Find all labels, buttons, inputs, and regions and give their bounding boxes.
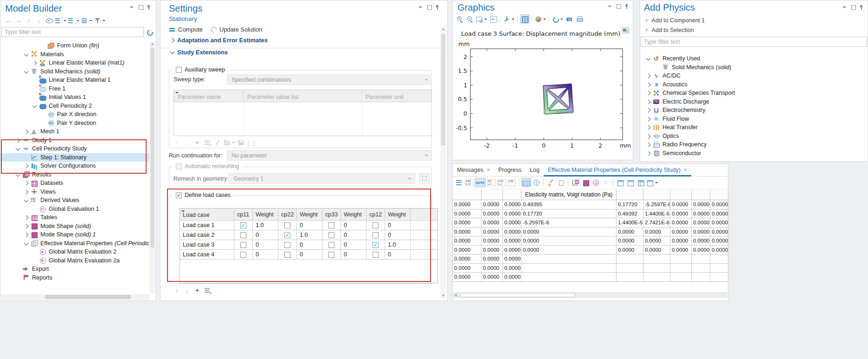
dropdown-caret-icon[interactable] [103, 20, 105, 23]
close-tab-icon[interactable]: × [684, 167, 687, 173]
load-case-check-cell[interactable]: ✓ [234, 221, 253, 230]
copy-table-button[interactable] [616, 178, 625, 187]
panel-menu-caret-icon[interactable] [842, 5, 847, 10]
tree-item[interactable]: Datasets [0, 179, 149, 188]
panel-menu-caret-icon[interactable] [130, 5, 135, 10]
load-case-checkbox[interactable] [328, 242, 334, 248]
load-case-weight-cell[interactable]: 1.0 [385, 240, 411, 250]
tab-effective-material-properties-[interactable]: Effective Material Properties (Cell Peri… [544, 164, 691, 176]
adaptation-section-header[interactable]: Adaptation and Error Estimates [161, 33, 447, 44]
load-case-weight-cell[interactable]: 1.0 [253, 221, 278, 230]
chevron-right-icon[interactable] [23, 179, 31, 187]
automatic-remeshing-checkbox[interactable] [176, 163, 182, 170]
load-case-weight-cell[interactable]: 0 [253, 240, 278, 250]
tree-item[interactable]: AC/DC [640, 72, 868, 80]
tree-item[interactable]: Derived Values [0, 196, 149, 205]
scroll-down-icon[interactable]: ▼ [440, 293, 446, 299]
expand-columns-icon[interactable]: ▸▸ [176, 91, 178, 94]
load-case-check-cell[interactable] [278, 240, 297, 250]
load-case-name-cell[interactable]: Load case 4 [180, 250, 234, 260]
chevron-right-icon[interactable] [14, 137, 22, 144]
refresh-button[interactable] [552, 14, 564, 24]
chevron-right-icon[interactable] [645, 72, 653, 79]
table-point-button[interactable] [601, 178, 611, 187]
move-down-button[interactable] [34, 16, 44, 25]
tab-messages[interactable]: Messages× [453, 164, 494, 176]
tree-item[interactable]: Heat Transfer [640, 123, 868, 132]
refresh-filter-icon[interactable] [146, 29, 153, 36]
delete-button[interactable] [203, 138, 212, 147]
move-down-button[interactable] [182, 138, 192, 147]
zoom-box-button[interactable] [476, 14, 488, 24]
dropdown-caret-icon[interactable] [512, 19, 514, 21]
move-up-button[interactable] [24, 16, 33, 25]
panel-float-icon[interactable] [138, 5, 143, 10]
precision-button[interactable]: 8.50 e-1 [497, 178, 506, 187]
load-case-check-cell[interactable]: ✓ [278, 230, 297, 240]
tree-item[interactable]: Semiconductor [640, 149, 868, 158]
show-hide-button[interactable] [45, 16, 54, 25]
add-to-component-button[interactable]: + Add to Component 1 [640, 14, 868, 24]
tree-item[interactable]: Effective Material Properties(Cell Perio… [0, 239, 149, 248]
tree-item[interactable]: Radio Frequency [640, 140, 868, 149]
add-button[interactable] [193, 138, 202, 147]
plot-popout-icon[interactable] [622, 27, 629, 33]
clear-table-button[interactable] [546, 178, 555, 187]
load-case-check-cell[interactable] [366, 250, 385, 260]
load-case-weight-cell[interactable]: 0 [385, 221, 411, 230]
tree-item[interactable]: Results [0, 170, 149, 179]
chevron-right-icon[interactable] [23, 222, 31, 230]
tree-item[interactable]: Chemical Species Transport [640, 89, 868, 98]
dropdown-caret-icon[interactable] [484, 19, 487, 21]
precision-button[interactable]: 8.5 e-1 [487, 178, 496, 187]
load-case-name-cell[interactable]: Load case 3 [180, 240, 234, 250]
panel-menu-caret-icon[interactable] [418, 5, 423, 10]
panel-float-icon[interactable] [427, 5, 431, 10]
load-case-weight-cell[interactable]: 0 [385, 230, 411, 240]
tree-item[interactable]: Initial Values 1 [0, 93, 149, 102]
panel-pin-icon[interactable] [624, 4, 629, 9]
tree-item[interactable]: Acoustics [640, 80, 868, 89]
chevron-right-icon[interactable] [645, 141, 653, 148]
print-button[interactable] [575, 14, 584, 24]
clear-sweep-button[interactable] [213, 138, 222, 147]
full-precision-button[interactable] [521, 178, 531, 187]
tree-item[interactable]: Global Matrix Evaluation 2 [0, 248, 149, 256]
wrap-lines-button[interactable] [454, 178, 463, 187]
scrollbar-thumb[interactable] [460, 293, 575, 297]
load-case-weight-cell[interactable]: 1.0 [297, 230, 322, 240]
precision-button[interactable]: 8.85 e-12 [464, 178, 474, 187]
zoom-extents-button[interactable] [489, 14, 498, 24]
tree-item[interactable]: Study 1 [0, 136, 149, 145]
load-case-check-cell[interactable] [278, 250, 297, 260]
tree-item[interactable]: Pair X direction [0, 110, 149, 119]
polar-button[interactable] [532, 178, 541, 187]
scene-light-button[interactable] [534, 14, 547, 24]
tree-item[interactable]: Electrochemistry [640, 106, 868, 115]
load-case-checkbox[interactable] [373, 232, 379, 238]
auto-button[interactable]: AUTO [475, 178, 486, 187]
tree-item[interactable]: Tables [0, 213, 149, 222]
chevron-right-icon[interactable] [645, 89, 653, 97]
table-settings-button[interactable] [646, 178, 658, 187]
add-physics-filter-input[interactable] [641, 37, 867, 47]
tree-item[interactable]: Global Evaluation 1 [0, 205, 149, 214]
expand-columns-icon[interactable]: ▸▸ [182, 209, 184, 213]
load-case-name-cell[interactable]: Load case 1 [180, 221, 234, 230]
tree-item[interactable]: Linear Elastic Material 1 [0, 76, 149, 85]
load-case-check-cell[interactable] [322, 250, 341, 260]
model-builder-horizontal-scrollbar[interactable] [1, 294, 149, 300]
load-case-table-empty-area[interactable] [180, 260, 437, 283]
tree-item[interactable]: Export [0, 265, 149, 274]
scrollbar-thumb[interactable] [150, 48, 154, 248]
table-graph-button[interactable] [571, 178, 580, 187]
snapshot-button[interactable] [565, 14, 574, 24]
panel-float-icon[interactable] [616, 4, 621, 9]
load-case-checkbox[interactable] [328, 252, 334, 258]
close-tab-icon[interactable]: × [487, 167, 490, 173]
define-load-cases-checkbox[interactable]: ✓ [176, 192, 182, 198]
nav-back-button[interactable] [4, 16, 13, 25]
scroll-up-icon[interactable]: ▲ [149, 41, 155, 47]
plot-canvas[interactable]: -2-101221.510.50-0.5mmmm [454, 39, 633, 157]
save-file-button[interactable] [236, 138, 245, 147]
